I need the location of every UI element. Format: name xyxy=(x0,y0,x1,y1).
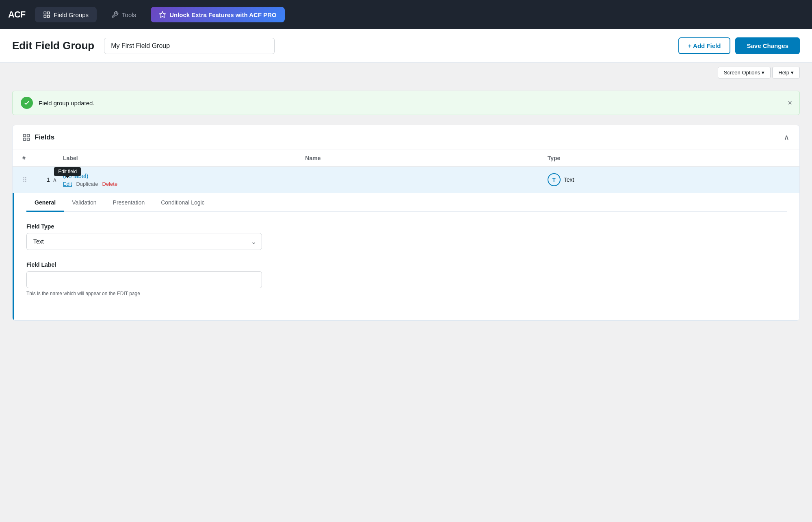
screen-options-button[interactable]: Screen Options ▾ xyxy=(718,67,771,78)
svg-rect-2 xyxy=(44,15,46,17)
tab-presentation[interactable]: Presentation xyxy=(105,194,153,212)
sub-header: Screen Options ▾ Help ▾ xyxy=(0,63,812,83)
type-badge: T xyxy=(548,173,561,186)
row-number: 1 xyxy=(47,176,50,183)
success-notice: Field group updated. × xyxy=(12,91,800,115)
star-icon xyxy=(159,11,166,18)
svg-rect-1 xyxy=(48,12,50,14)
fields-panel-header: Fields ∧ xyxy=(13,125,799,150)
duplicate-field-link[interactable]: Duplicate xyxy=(76,181,98,187)
field-group-name-input[interactable] xyxy=(104,38,275,54)
fields-icon xyxy=(22,133,30,141)
drag-handle[interactable]: ⠿ xyxy=(22,176,47,184)
field-label-group: Field Label This is the name which will … xyxy=(26,261,787,296)
fields-panel: Fields ∧ # Label Name Type ⠿ 1 ∧ (no lab… xyxy=(12,125,800,321)
row-collapse-button[interactable]: ∧ xyxy=(52,176,57,184)
chevron-down-icon: ▾ xyxy=(762,70,764,76)
delete-field-link[interactable]: Delete xyxy=(102,181,118,187)
collapse-fields-button[interactable]: ∧ xyxy=(784,133,790,142)
svg-rect-5 xyxy=(24,135,26,137)
main-content: Field group updated. × Fields ∧ # Label … xyxy=(0,83,812,329)
field-type-select[interactable]: Text Textarea Number Email URL Password … xyxy=(26,233,262,250)
field-label-input[interactable] xyxy=(26,271,262,288)
tools-icon xyxy=(111,11,119,18)
table-header: # Label Name Type xyxy=(13,150,799,167)
svg-marker-4 xyxy=(160,12,166,17)
fields-title: Fields xyxy=(22,133,54,141)
svg-rect-8 xyxy=(27,138,30,141)
field-row-main: ⠿ 1 ∧ (no label) Edit field Edit Duplica… xyxy=(13,167,799,193)
unlock-pro-button[interactable]: Unlock Extra Features with ACF PRO xyxy=(151,7,285,22)
edit-tooltip-wrapper: Edit field Edit xyxy=(63,181,72,187)
edit-field-tabs: General Validation Presentation Conditio… xyxy=(26,193,787,212)
notice-close-button[interactable]: × xyxy=(788,99,792,107)
table-row: ⠿ 1 ∧ (no label) Edit field Edit Duplica… xyxy=(13,167,799,320)
save-changes-button[interactable]: Save Changes xyxy=(735,37,800,54)
field-groups-icon xyxy=(43,11,50,18)
svg-rect-7 xyxy=(24,138,26,141)
top-navigation: ACF Field Groups Tools Unlock Extra Feat… xyxy=(0,0,812,29)
field-type-label: Field Type xyxy=(26,223,787,230)
field-type-select-wrapper: Text Textarea Number Email URL Password … xyxy=(26,233,262,250)
tab-conditional-logic[interactable]: Conditional Logic xyxy=(153,194,212,212)
tools-nav-button[interactable]: Tools xyxy=(103,7,144,22)
page-header: Edit Field Group + Add Field Save Change… xyxy=(0,29,812,63)
field-label-text[interactable]: (no label) xyxy=(63,172,305,179)
header-actions: + Add Field Save Changes xyxy=(678,37,800,54)
chevron-down-icon-help: ▾ xyxy=(791,70,794,76)
edit-field-link[interactable]: Edit xyxy=(63,181,72,187)
svg-rect-6 xyxy=(27,135,30,137)
tab-general[interactable]: General xyxy=(26,194,64,212)
field-label-help: This is the name which will appear on th… xyxy=(26,291,787,296)
page-title: Edit Field Group xyxy=(12,39,94,52)
notice-success-icon xyxy=(21,97,33,109)
field-label-column: (no label) Edit field Edit Duplicate Del… xyxy=(63,172,305,187)
tab-validation[interactable]: Validation xyxy=(64,194,104,212)
field-type-group: Field Type Text Textarea Number Email UR… xyxy=(26,223,787,250)
add-field-button[interactable]: + Add Field xyxy=(678,37,731,54)
svg-rect-0 xyxy=(44,12,46,14)
field-groups-nav-button[interactable]: Field Groups xyxy=(35,7,97,22)
notice-text: Field group updated. xyxy=(39,100,95,107)
edit-field-area: General Validation Presentation Conditio… xyxy=(13,193,799,320)
svg-rect-3 xyxy=(48,15,50,17)
help-button[interactable]: Help ▾ xyxy=(772,67,800,78)
type-label: Text xyxy=(564,176,574,183)
field-actions: Edit field Edit Duplicate Delete xyxy=(63,181,305,187)
checkmark-icon xyxy=(24,100,30,106)
acf-logo: ACF xyxy=(8,9,25,20)
field-label-label: Field Label xyxy=(26,261,787,268)
field-type-column: T Text xyxy=(548,173,790,186)
